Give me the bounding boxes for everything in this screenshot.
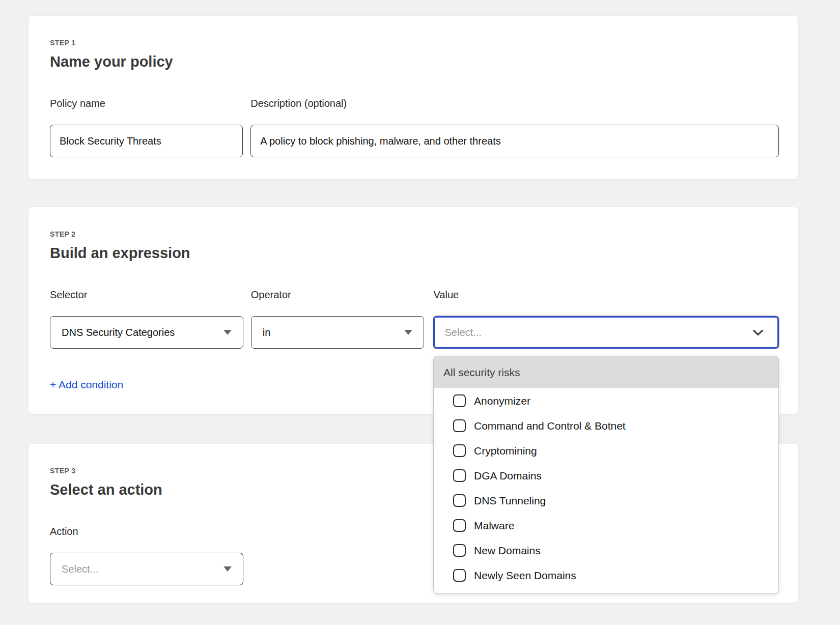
policy-builder-page: STEP 1 Name your policy Policy name Desc…: [0, 0, 840, 625]
action-select[interactable]: Select...: [50, 553, 243, 585]
option-checkbox[interactable]: [453, 444, 466, 457]
caret-down-icon: [223, 330, 232, 335]
dropdown-option-dns-tunneling[interactable]: DNS Tunneling: [434, 488, 778, 513]
option-checkbox[interactable]: [453, 569, 466, 582]
dropdown-option-anonymizer[interactable]: Anonymizer: [434, 388, 778, 413]
step-1-title: Name your policy: [50, 53, 779, 70]
step-1-card: STEP 1 Name your policy Policy name Desc…: [28, 15, 799, 180]
option-label: Command and Control & Botnet: [474, 420, 626, 432]
policy-name-label: Policy name: [50, 98, 243, 109]
description-input[interactable]: [250, 125, 779, 157]
step-2-title: Build an expression: [50, 245, 779, 262]
option-checkbox[interactable]: [453, 469, 466, 482]
option-checkbox[interactable]: [453, 494, 466, 507]
option-checkbox[interactable]: [453, 544, 466, 557]
description-label: Description (optional): [250, 98, 779, 109]
option-label: DGA Domains: [474, 470, 542, 482]
value-select[interactable]: Select...: [433, 316, 779, 349]
selector-label: Selector: [50, 289, 243, 300]
caret-down-icon: [404, 330, 412, 335]
operator-label: Operator: [251, 289, 425, 300]
option-checkbox[interactable]: [453, 419, 466, 432]
option-label: Cryptomining: [474, 445, 537, 457]
option-label: DNS Tunneling: [474, 495, 546, 507]
selector-select-value: DNS Security Categories: [62, 327, 175, 338]
option-label: Anonymizer: [474, 395, 530, 407]
policy-name-input[interactable]: [50, 125, 243, 157]
dropdown-option-cryptomining[interactable]: Cryptomining: [434, 438, 778, 463]
operator-select-value: in: [263, 327, 271, 338]
option-checkbox[interactable]: [453, 519, 466, 532]
operator-select[interactable]: in: [251, 316, 425, 349]
option-label: New Domains: [474, 545, 541, 557]
option-checkbox[interactable]: [453, 394, 466, 407]
dropdown-option-new-domains[interactable]: New Domains: [434, 538, 778, 563]
value-label: Value: [433, 289, 779, 300]
value-dropdown-panel: All security risks Anonymizer Command an…: [433, 356, 779, 593]
dropdown-group-header: All security risks: [434, 356, 778, 388]
dropdown-option-dga-domains[interactable]: DGA Domains: [434, 463, 778, 488]
caret-down-icon: [223, 566, 232, 572]
add-condition-link[interactable]: + Add condition: [50, 379, 123, 391]
dropdown-option-command-and-control-botnet[interactable]: Command and Control & Botnet: [434, 413, 778, 438]
action-select-placeholder: Select...: [62, 563, 98, 575]
step-1-label: STEP 1: [50, 39, 779, 47]
option-label: Malware: [474, 520, 514, 532]
value-select-placeholder: Select...: [444, 327, 481, 338]
chevron-down-icon: [752, 327, 764, 338]
step-2-label: STEP 2: [50, 230, 779, 238]
selector-select[interactable]: DNS Security Categories: [50, 316, 243, 349]
action-label: Action: [50, 526, 243, 537]
dropdown-option-newly-seen-domains[interactable]: Newly Seen Domains: [434, 563, 778, 588]
option-label: Newly Seen Domains: [474, 570, 576, 582]
dropdown-option-malware[interactable]: Malware: [434, 513, 778, 538]
